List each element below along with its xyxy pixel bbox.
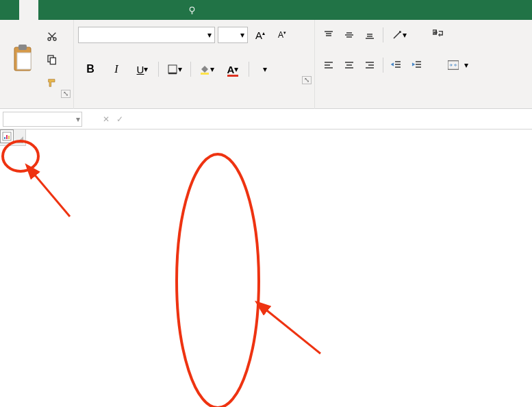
italic-button[interactable]: I xyxy=(104,60,129,79)
wrap-text-button[interactable]: ab xyxy=(428,25,451,45)
formula-bar: ▾ ✕ ✓ xyxy=(0,109,532,130)
align-center-icon xyxy=(344,60,355,71)
name-box[interactable]: ▾ xyxy=(3,112,82,127)
chevron-down-icon: ▾ xyxy=(240,30,244,40)
brush-icon xyxy=(47,77,58,88)
menu-file[interactable] xyxy=(0,0,19,20)
dedent-icon xyxy=(391,60,402,71)
merge-center-button[interactable]: ▾ xyxy=(443,56,473,75)
chevron-down-icon: ▾ xyxy=(207,30,212,40)
merge-icon xyxy=(448,60,459,71)
ribbon: ⤡ ▾ ▾ A▴ A▾ B I U ▾ ▾ ▾ A ▾ ▾ ⤡ xyxy=(0,20,532,109)
decrease-indent-button[interactable] xyxy=(387,56,406,75)
scissors-icon xyxy=(47,31,58,42)
menu-formula[interactable] xyxy=(77,0,96,20)
align-bottom-icon xyxy=(364,29,375,40)
svg-rect-41 xyxy=(4,137,5,139)
align-center-button[interactable] xyxy=(340,56,359,75)
phonetic-button[interactable]: ▾ xyxy=(253,60,277,79)
fill-color-button[interactable]: ▾ xyxy=(194,60,219,79)
indent-icon xyxy=(411,60,422,71)
align-middle-button[interactable] xyxy=(340,25,359,45)
menu-data[interactable] xyxy=(96,0,115,20)
align-right-button[interactable] xyxy=(360,56,379,75)
increase-font-button[interactable]: A▴ xyxy=(251,25,270,45)
menu-view[interactable] xyxy=(134,0,153,20)
svg-rect-42 xyxy=(6,135,8,139)
svg-rect-39 xyxy=(448,61,459,69)
analysis-icon xyxy=(2,132,12,141)
cancel-formula-button[interactable]: ✕ xyxy=(103,114,110,124)
menu-help[interactable] xyxy=(153,0,173,20)
align-middle-icon xyxy=(344,29,355,40)
font-size-select[interactable]: ▾ xyxy=(218,27,248,43)
menu-home[interactable] xyxy=(19,0,38,20)
wrap-icon: ab xyxy=(433,29,444,40)
svg-rect-9 xyxy=(50,58,55,64)
group-font: ▾ ▾ A▴ A▾ B I U ▾ ▾ ▾ A ▾ ▾ ⤡ xyxy=(74,20,315,109)
menu-bar xyxy=(0,0,532,20)
align-top-button[interactable] xyxy=(319,25,338,45)
border-icon xyxy=(167,64,178,75)
spreadsheet-grid xyxy=(0,130,532,407)
increase-indent-button[interactable] xyxy=(407,56,427,75)
chevron-down-icon: ▾ xyxy=(76,114,80,124)
paste-button[interactable] xyxy=(4,23,41,92)
svg-rect-12 xyxy=(201,73,209,75)
border-button[interactable]: ▾ xyxy=(162,60,187,79)
svg-text:ab: ab xyxy=(433,30,438,34)
font-color-button[interactable]: A ▾ xyxy=(220,60,245,79)
group-align: ▾ ab ▾ xyxy=(315,20,529,109)
align-right-icon xyxy=(364,60,375,71)
group-clipboard: ⤡ xyxy=(0,20,74,109)
svg-point-0 xyxy=(190,7,194,12)
svg-rect-10 xyxy=(168,65,177,73)
align-left-button[interactable] xyxy=(319,56,338,75)
menu-review[interactable] xyxy=(115,0,134,20)
accept-formula-button[interactable]: ✓ xyxy=(116,114,123,124)
analysis-smart-tag[interactable] xyxy=(0,130,14,143)
decrease-font-button[interactable]: A▾ xyxy=(273,25,292,45)
underline-button[interactable]: U ▾ xyxy=(130,60,155,79)
align-bottom-button[interactable] xyxy=(360,25,379,45)
bulb-icon xyxy=(188,5,197,14)
bold-button[interactable]: B xyxy=(78,60,103,79)
bucket-icon xyxy=(199,64,210,75)
cut-button[interactable] xyxy=(42,27,62,46)
menu-page-layout[interactable] xyxy=(58,0,77,20)
clipboard-icon xyxy=(10,45,35,73)
clipboard-launcher[interactable]: ⤡ xyxy=(61,90,71,98)
tell-me-search[interactable] xyxy=(178,0,229,20)
svg-rect-4 xyxy=(18,45,27,50)
align-top-icon xyxy=(323,29,334,40)
menu-insert[interactable] xyxy=(38,0,58,20)
orientation-button[interactable]: ▾ xyxy=(387,25,411,45)
font-launcher[interactable]: ⤡ xyxy=(302,76,312,84)
format-painter-button[interactable] xyxy=(42,73,62,92)
svg-rect-43 xyxy=(8,136,10,139)
align-left-icon xyxy=(323,60,334,71)
copy-button[interactable] xyxy=(42,50,62,69)
font-name-select[interactable]: ▾ xyxy=(78,27,215,43)
svg-rect-5 xyxy=(17,53,31,69)
rotate-icon xyxy=(392,29,403,40)
copy-icon xyxy=(47,54,58,65)
